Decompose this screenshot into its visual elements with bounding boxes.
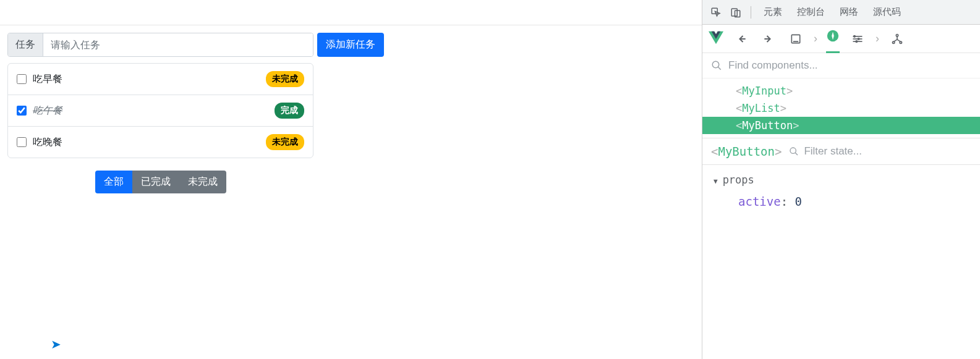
divider [751,6,751,19]
prop-value: 0 [795,195,802,208]
filter-button-group: 全部 已完成 未完成 [95,171,226,193]
status-badge: 未完成 [266,134,304,150]
selected-component-name: <MyButton> [711,145,782,158]
task-input-label: 任务 [8,33,43,56]
tree-node-mylist[interactable]: <MyList> [702,99,980,117]
component-search-placeholder: Find components... [728,59,818,72]
task-input-row: 任务 添加新任务 [7,33,694,57]
tree-structure-icon[interactable] [888,30,906,48]
search-icon [711,60,722,71]
back-arrow-icon[interactable] [732,30,751,48]
task-list: 吃早餐 未完成 吃午餐 完成 吃晚餐 未完成 [7,63,313,158]
chevron-right-icon: › [876,32,879,45]
status-badge: 未完成 [266,71,304,87]
task-checkbox[interactable] [17,137,27,147]
tab-network[interactable]: 网络 [833,6,864,18]
devtools-tab-bar: 元素 控制台 网络 源代码 [702,0,980,25]
state-header: <MyButton> Filter state... [702,138,980,165]
svg-point-15 [712,61,719,68]
svg-point-17 [790,148,796,153]
filter-row: 全部 已完成 未完成 [7,171,313,193]
status-badge: 完成 [275,103,304,119]
component-search[interactable]: Find components... [702,53,980,78]
page-icon[interactable] [786,30,805,48]
filter-done-button[interactable]: 已完成 [132,171,179,193]
task-row: 吃早餐 未完成 [8,64,313,95]
vue-devtools-toolbar: › › [702,25,980,53]
task-text: 吃午餐 [33,104,275,117]
tab-sources[interactable]: 源代码 [867,6,907,18]
app-main: 任务 添加新任务 吃早餐 未完成 吃午餐 完成 吃晚餐 未完成 全部 已完成 未… [0,25,702,359]
task-row: 吃晚餐 未完成 [8,127,313,158]
task-checkbox[interactable] [17,74,27,84]
filter-all-button[interactable]: 全部 [95,171,132,193]
components-tab-icon[interactable] [826,25,840,53]
devtools-panel: 元素 控制台 网络 源代码 › › Find components... [702,0,980,359]
filter-state-input[interactable]: Filter state... [789,145,862,158]
task-input[interactable] [43,33,313,56]
chevron-right-icon: › [814,32,817,45]
forward-arrow-icon[interactable] [759,30,778,48]
svg-line-18 [795,153,798,155]
svg-point-11 [856,40,858,42]
task-input-group: 任务 [7,33,313,57]
vue-logo-icon [709,30,723,48]
filter-undone-button[interactable]: 未完成 [179,171,226,193]
device-toggle-icon[interactable] [727,4,744,21]
task-text: 吃晚餐 [33,136,266,149]
task-row: 吃午餐 完成 [8,95,313,127]
task-text: 吃早餐 [33,73,266,86]
prop-row: active: 0 [714,186,969,208]
props-title[interactable]: props [714,174,969,186]
tab-elements[interactable]: 元素 [757,6,788,18]
svg-point-10 [858,38,859,40]
tab-console[interactable]: 控制台 [791,6,831,18]
svg-point-12 [896,34,898,36]
props-section: props active: 0 [702,165,980,217]
svg-line-16 [718,67,721,70]
svg-point-9 [854,35,856,37]
prop-key: active [738,195,781,208]
add-task-button[interactable]: 添加新任务 [317,33,384,57]
timeline-icon[interactable] [848,30,867,48]
component-tree: <MyInput> <MyList> <MyButton> [702,78,980,138]
search-icon [789,146,799,156]
tree-node-mybutton[interactable]: <MyButton> [702,117,980,134]
task-checkbox[interactable] [17,106,27,116]
inspect-icon[interactable] [707,4,725,21]
tree-node-myinput[interactable]: <MyInput> [702,82,980,99]
